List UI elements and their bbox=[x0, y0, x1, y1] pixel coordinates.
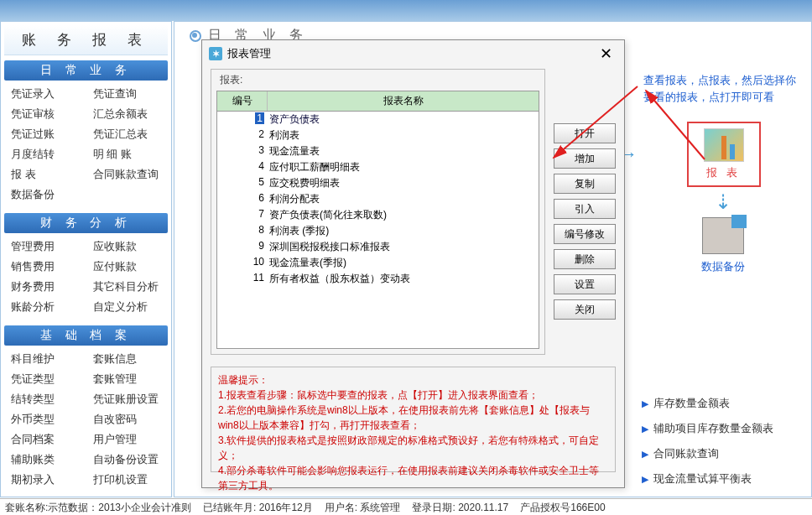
tip-line: 4.部分杀毒软件可能会影响您报表运行，在使用报表前建议关闭杀毒软件或安全卫士等第… bbox=[218, 463, 608, 493]
sidebar-item[interactable]: 管理费用 bbox=[4, 237, 86, 257]
sidebar-item[interactable]: 自动备份设置 bbox=[86, 450, 169, 470]
backup-label: 数据备份 bbox=[643, 259, 803, 274]
dialog-icon: ✶ bbox=[209, 47, 222, 60]
fieldset-label: 报表: bbox=[216, 74, 246, 86]
table-row[interactable]: 3现金流量表 bbox=[217, 143, 539, 159]
section-header: 日 常 业 务 bbox=[4, 60, 168, 81]
sidebar-item[interactable]: 合同账款查询 bbox=[86, 164, 169, 185]
status-name-value: 示范数据：2013小企业会计准则 bbox=[48, 502, 191, 513]
sidebar-item[interactable]: 结转类型 bbox=[4, 389, 86, 409]
sidebar-item[interactable]: 明 细 账 bbox=[86, 144, 169, 164]
dialog-button[interactable]: 复制 bbox=[554, 174, 616, 194]
chart-icon bbox=[704, 128, 744, 162]
sidebar-item[interactable]: 报 表 bbox=[4, 164, 86, 185]
dialog-button[interactable]: 删除 bbox=[554, 249, 616, 269]
chevron-right-icon: ▶ bbox=[642, 474, 648, 485]
sidebar-item[interactable]: 数据备份 bbox=[4, 185, 168, 205]
tip-line: 1.报表查看步骤：鼠标选中要查的报表，点【打开】进入报表界面查看； bbox=[218, 388, 608, 403]
statusbar: 套账名称:示范数据：2013小企业会计准则 已结账年月: 2016年12月 用户… bbox=[0, 498, 812, 515]
table-row[interactable]: 8利润表 (季报) bbox=[217, 223, 539, 239]
chevron-right-icon: ▶ bbox=[642, 449, 648, 460]
column-header-num: 编号 bbox=[217, 91, 268, 111]
status-auth: 产品授权号166E00 bbox=[520, 501, 605, 513]
report-management-dialog: ✶ 报表管理 ✕ 报表: 编号 报表名称 1资产负债表2利润表3现金流量表4应付… bbox=[201, 39, 625, 488]
close-button[interactable]: ✕ bbox=[595, 44, 617, 63]
sidebar-item[interactable]: 凭证审核 bbox=[4, 104, 86, 124]
sidebar: 账 务 报 表 日 常 业 务凭证录入凭证查询凭证审核汇总余额表凭证过账凭证汇总… bbox=[0, 21, 172, 497]
sidebar-item[interactable]: 套账管理 bbox=[86, 369, 169, 389]
status-user-label: 用户名: bbox=[325, 502, 357, 513]
flow-arrow-icon: ⇣ bbox=[643, 190, 803, 214]
chevron-right-icon: ▶ bbox=[642, 424, 648, 434]
dialog-button[interactable]: 增加 bbox=[554, 148, 616, 169]
backup-tile[interactable]: 数据备份 bbox=[643, 217, 803, 274]
section-header: 财 务 分 析 bbox=[4, 213, 168, 233]
annotation-text: 查看报表，点报表，然后选择你要看的报表，点打开即可看 bbox=[643, 72, 803, 105]
section-header: 基 础 档 案 bbox=[4, 325, 168, 346]
bullet-icon bbox=[190, 30, 201, 42]
table-row[interactable]: 7资产负债表(简化往来取数) bbox=[217, 207, 539, 223]
sidebar-item[interactable]: 其它科目分析 bbox=[86, 277, 169, 297]
right-link[interactable]: ▶库存数量金额表 bbox=[638, 391, 806, 416]
backup-icon bbox=[702, 217, 744, 254]
right-link[interactable]: ▶合同账款查询 bbox=[638, 441, 806, 466]
sidebar-item[interactable]: 自改密码 bbox=[86, 409, 169, 429]
status-login-label: 登录日期: bbox=[412, 502, 455, 513]
sidebar-item[interactable]: 凭证账册设置 bbox=[86, 389, 169, 409]
status-name-label: 套账名称: bbox=[5, 502, 48, 513]
sidebar-item[interactable]: 科目维护 bbox=[4, 349, 86, 369]
table-row[interactable]: 10现金流量表(季报) bbox=[217, 255, 539, 271]
sidebar-item[interactable]: 期初录入 bbox=[4, 470, 86, 490]
sidebar-title: 账 务 报 表 bbox=[4, 25, 168, 55]
right-links: ▶库存数量金额表▶辅助项目库存数量金额表▶合同账款查询▶现金流量试算平衡表 bbox=[638, 391, 806, 492]
table-row[interactable]: 6利润分配表 bbox=[217, 191, 539, 207]
table-row[interactable]: 9深圳国税报税接口标准报表 bbox=[217, 239, 539, 255]
tip-line: 3.软件提供的报表格式是按照财政部规定的标准格式预设好，若您有特殊格式，可自定义… bbox=[218, 433, 608, 463]
dialog-button[interactable]: 打开 bbox=[554, 123, 616, 143]
sidebar-item[interactable]: 账龄分析 bbox=[4, 297, 86, 317]
sidebar-item[interactable]: 应付账款 bbox=[86, 257, 169, 277]
right-link[interactable]: ▶现金流量试算平衡表 bbox=[638, 466, 806, 492]
sidebar-item[interactable]: 打印机设置 bbox=[86, 470, 169, 490]
dialog-button[interactable]: 引入 bbox=[554, 199, 616, 219]
tip-line: 2.若您的电脑操作系统是win8以上版本，在使用报表前先将【套账信息】处【报表与… bbox=[218, 403, 608, 433]
sidebar-item[interactable]: 财务费用 bbox=[4, 277, 86, 297]
status-login-value: 2020.11.17 bbox=[458, 502, 508, 513]
sidebar-item[interactable]: 套账信息 bbox=[86, 349, 169, 369]
table-row[interactable]: 2利润表 bbox=[217, 127, 539, 143]
dialog-title: 报表管理 bbox=[227, 46, 590, 61]
sidebar-item[interactable]: 凭证汇总表 bbox=[86, 124, 169, 144]
dialog-button[interactable]: 设置 bbox=[554, 274, 616, 294]
table-row[interactable]: 1资产负债表 bbox=[217, 112, 539, 127]
table-row[interactable]: 5应交税费明细表 bbox=[217, 175, 539, 191]
chevron-right-icon: ▶ bbox=[642, 398, 648, 409]
report-table[interactable]: 编号 报表名称 1资产负债表2利润表3现金流量表4应付职工薪酬明细表5应交税费明… bbox=[216, 91, 539, 349]
column-header-name: 报表名称 bbox=[268, 91, 539, 111]
sidebar-item[interactable]: 合同档案 bbox=[4, 429, 86, 450]
status-period-label: 已结账年月: bbox=[203, 502, 256, 513]
dialog-button[interactable]: 关闭 bbox=[554, 299, 616, 320]
sidebar-item[interactable]: 汇总余额表 bbox=[86, 104, 169, 124]
sidebar-item[interactable]: 凭证录入 bbox=[4, 84, 86, 104]
sidebar-item[interactable]: 凭证查询 bbox=[86, 84, 169, 104]
sidebar-item[interactable]: 月度结转 bbox=[4, 144, 86, 164]
dialog-button[interactable]: 编号修改 bbox=[554, 224, 616, 244]
sidebar-item[interactable]: 凭证过账 bbox=[4, 124, 86, 144]
sidebar-item[interactable]: 外币类型 bbox=[4, 409, 86, 429]
sidebar-item[interactable]: 销售费用 bbox=[4, 257, 86, 277]
report-tile-label: 报 表 bbox=[706, 165, 742, 180]
sidebar-item[interactable]: 辅助账类 bbox=[4, 450, 86, 470]
status-user-value: 系统管理 bbox=[360, 502, 400, 513]
table-row[interactable]: 11所有者权益（股东权益）变动表 bbox=[217, 271, 539, 287]
table-row[interactable]: 4应付职工薪酬明细表 bbox=[217, 159, 539, 175]
right-link[interactable]: ▶辅助项目库存数量金额表 bbox=[638, 416, 806, 441]
sidebar-item[interactable]: 应收账款 bbox=[86, 237, 169, 257]
sidebar-item[interactable]: 自定义分析 bbox=[86, 297, 169, 317]
sidebar-item[interactable]: 凭证类型 bbox=[4, 369, 86, 389]
status-period-value: 2016年12月 bbox=[259, 502, 313, 513]
tips-title: 温馨提示： bbox=[218, 372, 608, 388]
tips-box: 温馨提示： 1.报表查看步骤：鼠标选中要查的报表，点【打开】进入报表界面查看；2… bbox=[211, 367, 616, 472]
sidebar-item[interactable]: 用户管理 bbox=[86, 429, 169, 450]
report-tile[interactable]: 报 表 bbox=[687, 122, 761, 187]
